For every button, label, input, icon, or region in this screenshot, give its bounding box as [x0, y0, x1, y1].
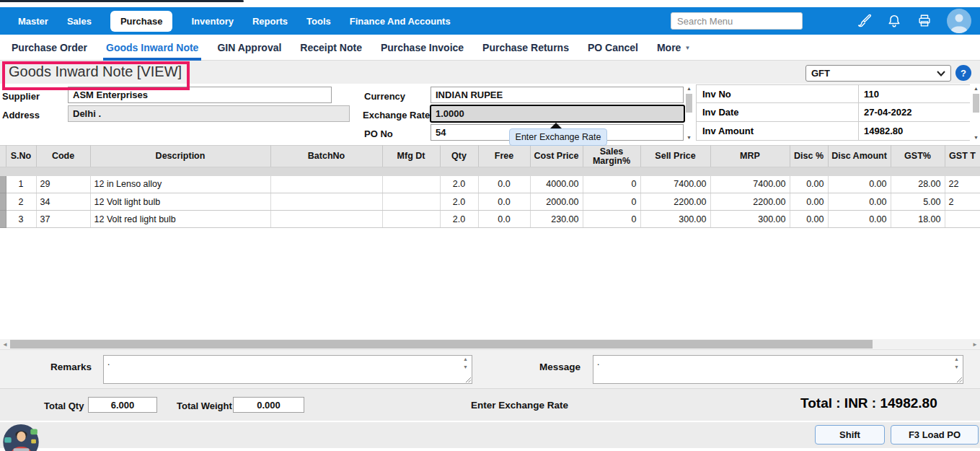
- cell-qty[interactable]: 2.0: [440, 193, 478, 211]
- table-row[interactable]: 12912 in Lenso alloy2.00.04000.0007400.0…: [0, 176, 980, 193]
- horizontal-scrollbar[interactable]: ◄ ►: [0, 339, 980, 349]
- cell-mfg-dt[interactable]: [382, 211, 440, 228]
- cell-code[interactable]: 34: [36, 193, 90, 211]
- subnav-item-purchase-order[interactable]: Purchase Order: [12, 42, 87, 53]
- cell-mfg-dt[interactable]: [382, 193, 440, 211]
- topnav-item-finance-and-accounts[interactable]: Finance And Accounts: [350, 16, 451, 27]
- scroll-down-icon[interactable]: ▼: [463, 364, 468, 369]
- scroll-down-icon[interactable]: ▼: [954, 364, 959, 369]
- table-row[interactable]: 33712 Volt red light bulb2.00.0230.00030…: [0, 211, 980, 228]
- row-gutter[interactable]: [0, 193, 6, 211]
- cell-cost-price[interactable]: 2000.00: [530, 193, 583, 211]
- cell-disc[interactable]: 0.00: [790, 176, 828, 193]
- cell-sell-price[interactable]: 7400.00: [640, 176, 710, 193]
- help-button[interactable]: ?: [955, 65, 971, 81]
- cell-gst-t[interactable]: [945, 211, 980, 228]
- cell-free[interactable]: 0.0: [478, 193, 530, 211]
- remarks-textarea[interactable]: . ▲ ▼: [103, 355, 472, 384]
- resize-grip-icon[interactable]: [955, 376, 963, 383]
- cell-disc[interactable]: 0.00: [790, 211, 828, 228]
- cell-mrp[interactable]: 2200.00: [710, 193, 790, 211]
- cell-cost-price[interactable]: 4000.00: [530, 176, 583, 193]
- scroll-up-icon[interactable]: ▲: [463, 356, 468, 362]
- print-icon[interactable]: [917, 13, 932, 29]
- scroll-down-icon[interactable]: ▼: [974, 134, 979, 141]
- topnav-item-inventory[interactable]: Inventory: [191, 16, 234, 27]
- scrollbar-thumb[interactable]: [973, 94, 979, 113]
- subnav-item-purchase-invoice[interactable]: Purchase Invoice: [381, 42, 464, 53]
- cell-gst-t[interactable]: 2: [945, 193, 980, 211]
- cell-sell-price[interactable]: 300.00: [640, 211, 710, 228]
- topnav-item-sales[interactable]: Sales: [67, 16, 92, 27]
- cell-batchno[interactable]: [270, 176, 382, 193]
- cell-gst[interactable]: 18.00: [891, 211, 945, 228]
- cell-mfg-dt[interactable]: [382, 176, 440, 193]
- cell-sell-price[interactable]: 2200.00: [640, 193, 710, 211]
- cell-batchno[interactable]: [270, 211, 382, 228]
- notifications-bell-icon[interactable]: [886, 13, 902, 29]
- scrollbar-thumb[interactable]: [686, 94, 692, 113]
- form-vertical-scrollbar-left[interactable]: ▲ ▼: [685, 85, 693, 141]
- subnav-item-po-cancel[interactable]: PO Cancel: [588, 42, 638, 53]
- cell-mrp[interactable]: 300.00: [710, 211, 790, 228]
- topnav-item-master[interactable]: Master: [18, 16, 48, 27]
- support-chat-avatar[interactable]: [1, 424, 41, 451]
- resize-grip-icon[interactable]: [464, 376, 472, 383]
- row-gutter[interactable]: [0, 176, 6, 193]
- cell-description[interactable]: 12 Volt light bulb: [90, 193, 270, 211]
- inv-amount-value[interactable]: 14982.80: [859, 122, 970, 140]
- address-field[interactable]: [68, 105, 350, 122]
- cell-s-no[interactable]: 2: [6, 193, 36, 211]
- cell-cost-price[interactable]: 230.00: [530, 211, 583, 228]
- voucher-type-select[interactable]: GFT: [805, 65, 951, 82]
- cell-batchno[interactable]: [270, 193, 382, 211]
- cell-gst-t[interactable]: 22: [945, 176, 980, 193]
- subnav-item-receipt-note[interactable]: Receipt Note: [300, 42, 362, 53]
- subnav-item-purchase-returns[interactable]: Purchase Returns: [482, 42, 569, 53]
- subnav-item-gin-approval[interactable]: GIN Approval: [217, 42, 281, 53]
- currency-field[interactable]: [431, 87, 684, 103]
- row-gutter[interactable]: [0, 211, 6, 228]
- scroll-up-icon[interactable]: ▲: [974, 85, 979, 92]
- inv-no-value[interactable]: 110: [859, 85, 970, 102]
- cell-disc-amount[interactable]: 0.00: [828, 193, 891, 211]
- cell-sales-margin[interactable]: 0: [583, 176, 640, 193]
- scroll-left-icon[interactable]: ◄: [1, 339, 9, 349]
- scroll-down-icon[interactable]: ▼: [687, 134, 692, 141]
- cell-disc[interactable]: 0.00: [790, 193, 828, 211]
- cell-mrp[interactable]: 7400.00: [710, 176, 790, 193]
- search-input[interactable]: [671, 12, 803, 30]
- scroll-up-icon[interactable]: ▲: [954, 356, 959, 362]
- cell-description[interactable]: 12 in Lenso alloy: [90, 176, 270, 193]
- topnav-item-purchase[interactable]: Purchase: [110, 11, 173, 32]
- form-vertical-scrollbar-right[interactable]: ▲ ▼: [972, 85, 980, 141]
- scroll-up-icon[interactable]: ▲: [687, 85, 692, 92]
- cell-free[interactable]: 0.0: [478, 176, 530, 193]
- theme-paintbrush-icon[interactable]: [856, 13, 872, 29]
- inv-date-value[interactable]: 27-04-2022: [859, 103, 970, 121]
- scroll-right-icon[interactable]: ►: [971, 339, 979, 349]
- cell-code[interactable]: 37: [36, 211, 90, 228]
- hscrollbar-thumb[interactable]: [10, 340, 873, 349]
- message-textarea[interactable]: . ▲ ▼: [593, 355, 963, 384]
- cell-qty[interactable]: 2.0: [440, 211, 478, 228]
- subnav-item-more[interactable]: More▼: [657, 42, 690, 53]
- cell-sales-margin[interactable]: 0: [583, 193, 640, 211]
- subnav-item-goods-inward-note[interactable]: Goods Inward Note: [106, 42, 198, 53]
- topnav-item-tools[interactable]: Tools: [306, 16, 331, 27]
- user-avatar[interactable]: [947, 9, 971, 33]
- cell-gst[interactable]: 28.00: [891, 176, 945, 193]
- cell-qty[interactable]: 2.0: [440, 176, 478, 193]
- cell-code[interactable]: 29: [36, 176, 90, 193]
- table-row[interactable]: 23412 Volt light bulb2.00.02000.0002200.…: [0, 193, 980, 211]
- f3-load-po-button[interactable]: F3 Load PO: [891, 425, 979, 445]
- total-qty-field[interactable]: [88, 397, 157, 413]
- cell-gst[interactable]: 5.00: [891, 193, 945, 211]
- cell-s-no[interactable]: 1: [6, 176, 36, 193]
- cell-disc-amount[interactable]: 0.00: [828, 176, 891, 193]
- exchange-rate-field[interactable]: [430, 105, 685, 123]
- cell-description[interactable]: 12 Volt red light bulb: [90, 211, 270, 228]
- shift-button[interactable]: Shift: [815, 425, 885, 445]
- total-weight-field[interactable]: [233, 397, 304, 413]
- cell-sales-margin[interactable]: 0: [583, 211, 640, 228]
